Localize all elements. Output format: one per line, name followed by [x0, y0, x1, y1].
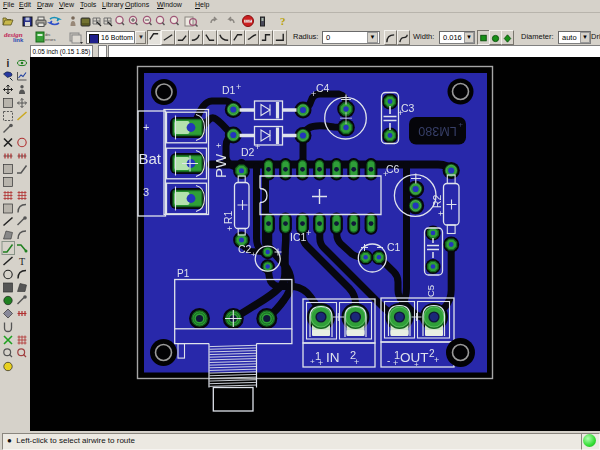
svg-text:IN: IN: [326, 350, 340, 365]
svg-text:D1: D1: [222, 84, 236, 96]
svg-text:+: +: [310, 357, 315, 366]
svg-text:-: -: [387, 355, 390, 366]
svg-text:LM380: LM380: [418, 124, 456, 138]
svg-text:+: +: [311, 89, 316, 99]
svg-text:Bat: Bat: [139, 150, 162, 167]
svg-text:IC1: IC1: [290, 231, 307, 243]
svg-text:+: +: [393, 358, 398, 368]
svg-text:C5: C5: [425, 285, 436, 297]
svg-text:+: +: [318, 358, 323, 368]
svg-text:i: i: [7, 58, 10, 69]
svg-text:+: +: [255, 142, 260, 152]
svg-text:+: +: [225, 226, 235, 231]
svg-text:STOP: STOP: [244, 19, 251, 23]
svg-text:+: +: [306, 228, 311, 238]
svg-text:+: +: [436, 211, 446, 216]
svg-text:T: T: [19, 256, 25, 267]
svg-text:+: +: [236, 82, 241, 92]
svg-text:D2: D2: [241, 146, 255, 158]
svg-text:+: +: [398, 108, 403, 118]
svg-text:+: +: [251, 250, 256, 259]
svg-text:R2: R2: [431, 194, 443, 208]
svg-text:+: +: [434, 355, 439, 365]
svg-text:errors: errors: [45, 37, 55, 42]
svg-text:?: ?: [280, 15, 286, 27]
svg-text:+: +: [383, 169, 388, 179]
svg-text:C2: C2: [238, 243, 252, 255]
svg-text:R1: R1: [222, 210, 234, 224]
svg-text:+: +: [458, 120, 463, 129]
svg-text:PW: PW: [212, 153, 229, 178]
svg-text:link: link: [13, 37, 24, 43]
svg-text:+: +: [354, 357, 359, 367]
svg-text:C1: C1: [387, 241, 401, 253]
svg-text:+: +: [143, 121, 149, 133]
svg-text:P1: P1: [177, 268, 190, 279]
svg-text:+: +: [214, 143, 224, 148]
svg-text:+: +: [414, 360, 419, 369]
svg-text:3: 3: [143, 186, 149, 198]
svg-text:C4: C4: [316, 82, 330, 94]
